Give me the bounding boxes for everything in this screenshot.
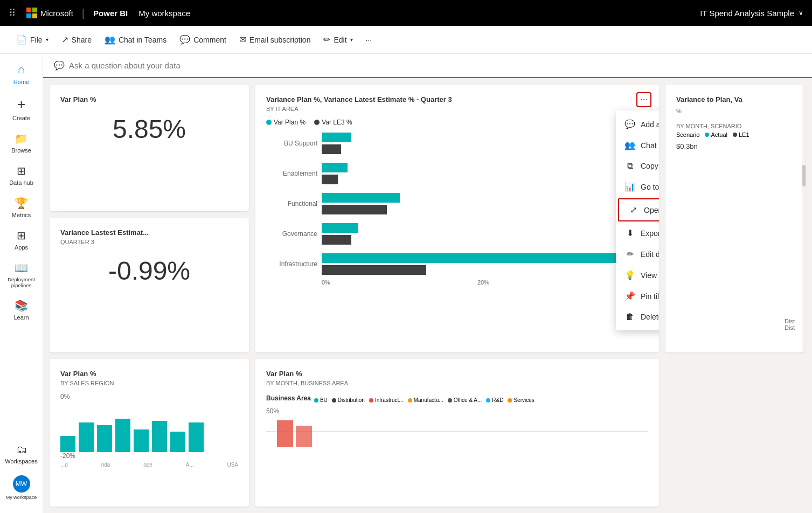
sidebar-learn-label: Learn bbox=[13, 314, 29, 321]
sidebar-item-create[interactable]: + Create bbox=[0, 92, 43, 126]
bp-label-office: Office & A... bbox=[454, 397, 482, 403]
bp-label-rd: R&D bbox=[492, 397, 503, 403]
bp-dot-infra bbox=[369, 398, 373, 403]
workspaces-icon: 🗂 bbox=[16, 443, 27, 456]
edit-button[interactable]: ✏ Edit ▾ bbox=[318, 31, 358, 48]
edit-menu-icon: ✏ bbox=[624, 249, 635, 259]
menu-export-csv[interactable]: ⬇ Export to .csv bbox=[616, 223, 659, 244]
sidebar-item-pipelines[interactable]: 📖 Deployment pipelines bbox=[0, 257, 43, 293]
scroll-thumb bbox=[802, 165, 806, 186]
tile-more-button[interactable]: ··· bbox=[636, 92, 651, 107]
bar-label-enablement: Enablement bbox=[266, 170, 317, 177]
mini-bar-4 bbox=[115, 419, 130, 452]
actual-legend: Actual bbox=[705, 131, 727, 138]
bar-row-governance: Governance bbox=[266, 223, 648, 245]
bp-label-mfg: Manufactu... bbox=[414, 397, 443, 403]
menu-add-comment[interactable]: 💬 Add a comment bbox=[616, 114, 659, 135]
dashboard-grid: Var Plan % 5.85% Variance Lastest Estima… bbox=[43, 78, 812, 513]
menu-delete-tile[interactable]: 🗑 Delete tile bbox=[616, 307, 659, 327]
sidebar-item-workspaces[interactable]: 🗂 Workspaces bbox=[0, 439, 43, 469]
menu-export-csv-label: Export to .csv bbox=[641, 229, 659, 238]
metrics-icon: 🏆 bbox=[15, 197, 28, 210]
bar-teal-infrastructure bbox=[322, 253, 632, 263]
menu-copy-visual[interactable]: ⧉ Copy visual as image bbox=[616, 156, 659, 176]
scroll-indicator[interactable] bbox=[802, 85, 806, 352]
legend-var-le3-label: Var LE3 % bbox=[322, 119, 352, 126]
legend-teal-dot bbox=[266, 120, 272, 125]
ask-question-input[interactable] bbox=[69, 61, 284, 70]
sidebar-item-datahub[interactable]: ⊞ Data hub bbox=[0, 160, 43, 190]
sidebar-avatar-label: My workspace bbox=[6, 495, 37, 500]
variance-estimate-value: -0.99% bbox=[60, 256, 238, 286]
bar-teal-functional bbox=[322, 193, 400, 203]
dist-line1: Dist bbox=[785, 318, 795, 324]
bp-label-infra: Infrastruct... bbox=[375, 397, 404, 403]
mini-bar-8 bbox=[189, 422, 204, 452]
sidebar-item-learn[interactable]: 📚 Learn bbox=[0, 295, 43, 325]
sidebar-item-apps[interactable]: ⊞ Apps bbox=[0, 225, 43, 255]
variance-estimate-title: Variance Lastest Estimat... bbox=[60, 228, 238, 237]
bp-dot-bu bbox=[314, 398, 318, 403]
menu-view-insights[interactable]: 💡 View insights bbox=[616, 265, 659, 286]
menu-view-insights-label: View insights bbox=[641, 271, 659, 280]
app-grid-icon[interactable]: ⠿ bbox=[9, 7, 16, 19]
main-layout: ⌂ Home + Create 📁 Browse ⊞ Data hub 🏆 Me… bbox=[0, 54, 812, 513]
le1-legend: LE1 bbox=[733, 131, 749, 138]
microsoft-logo[interactable]: Microsoft bbox=[26, 8, 73, 18]
bar-teal-busupport bbox=[322, 133, 351, 142]
pin-menu-icon: 📌 bbox=[624, 291, 635, 301]
avatar-initials: MW bbox=[16, 480, 27, 488]
right-top-subtitle: % bbox=[676, 108, 795, 114]
comment-icon: 💬 bbox=[179, 34, 190, 45]
csv-menu-icon: ⬇ bbox=[624, 228, 635, 238]
bp-label-distribution: Distribution bbox=[338, 397, 365, 403]
toolbar: 📄 File ▾ ↗ Share 👥 Chat in Teams 💬 Comme… bbox=[0, 26, 812, 54]
workspace-label[interactable]: My workspace bbox=[138, 9, 190, 18]
focus-menu-icon: ⤢ bbox=[628, 205, 639, 215]
scenario-value: $0.3bn bbox=[676, 142, 795, 150]
chevron-down-icon[interactable]: ∨ bbox=[799, 9, 803, 17]
sidebar-item-home[interactable]: ⌂ Home bbox=[0, 58, 43, 89]
file-button[interactable]: 📄 File ▾ bbox=[11, 31, 54, 48]
ask-question-bar: 💬 bbox=[43, 54, 812, 78]
bottom-mid-legend: Business Area BU Distribution Infrast bbox=[266, 393, 648, 403]
sidebar-browse-label: Browse bbox=[11, 147, 31, 154]
mini-bar-1 bbox=[60, 436, 75, 452]
sidebar-create-label: Create bbox=[12, 115, 30, 121]
email-label: Email subscription bbox=[249, 36, 311, 44]
chat-in-teams-button[interactable]: 👥 Chat in Teams bbox=[99, 31, 172, 48]
sidebar-apps-label: Apps bbox=[15, 244, 28, 251]
menu-go-report[interactable]: 📊 Go to report bbox=[616, 176, 659, 197]
comment-button[interactable]: 💬 Comment bbox=[174, 31, 232, 48]
bottom-left-tile: Var Plan % BY SALES REGION 0% -20% ...d … bbox=[50, 359, 249, 507]
sidebar-item-myworkspace[interactable]: MW My workspace bbox=[0, 471, 43, 504]
axis-20: 20% bbox=[477, 279, 489, 286]
chat-label: Chat in Teams bbox=[119, 36, 166, 44]
sidebar-item-browse[interactable]: 📁 Browse bbox=[0, 128, 43, 158]
menu-edit-details[interactable]: ✏ Edit details bbox=[616, 244, 659, 265]
more-button[interactable]: ··· bbox=[360, 32, 378, 47]
bottom-left-subtitle: BY SALES REGION bbox=[60, 380, 238, 386]
menu-focus-mode[interactable]: ⤢ Open in focus mode bbox=[618, 198, 659, 221]
bar-label-infrastructure: Infrastructure bbox=[266, 260, 317, 268]
sidebar-pipelines-label: Deployment pipelines bbox=[0, 276, 43, 288]
menu-pin-tile[interactable]: 📌 Pin tile bbox=[616, 286, 659, 307]
share-button[interactable]: ↗ Share bbox=[56, 31, 97, 48]
menu-pin-tile-label: Pin tile bbox=[641, 292, 659, 301]
sidebar-item-metrics[interactable]: 🏆 Metrics bbox=[0, 192, 43, 223]
content-area: 💬 Var Plan % 5.85% Variance Lastest Esti… bbox=[43, 54, 812, 513]
scenario-by-label: BY MONTH, SCENARIO bbox=[676, 123, 795, 129]
bottom-mid-subtitle: BY MONTH, BUSINESS AREA bbox=[266, 380, 648, 386]
bottom-left-axis-0: 0% bbox=[60, 393, 238, 400]
email-subscription-button[interactable]: ✉ Email subscription bbox=[234, 31, 316, 48]
mini-bar-7 bbox=[170, 432, 185, 452]
bp-legend-distribution: Distribution bbox=[332, 397, 365, 403]
learn-icon: 📚 bbox=[15, 299, 28, 312]
bar-dark-enablement bbox=[322, 175, 338, 184]
bar-dark-infrastructure bbox=[322, 265, 426, 275]
bar-teal-enablement bbox=[322, 163, 348, 172]
bottom-mid-tile: Var Plan % BY MONTH, BUSINESS AREA Busin… bbox=[255, 359, 659, 507]
scenario-label: Scenario bbox=[676, 131, 699, 138]
pipelines-icon: 📖 bbox=[15, 261, 28, 274]
menu-chat-teams[interactable]: 👥 Chat in Teams bbox=[616, 135, 659, 156]
